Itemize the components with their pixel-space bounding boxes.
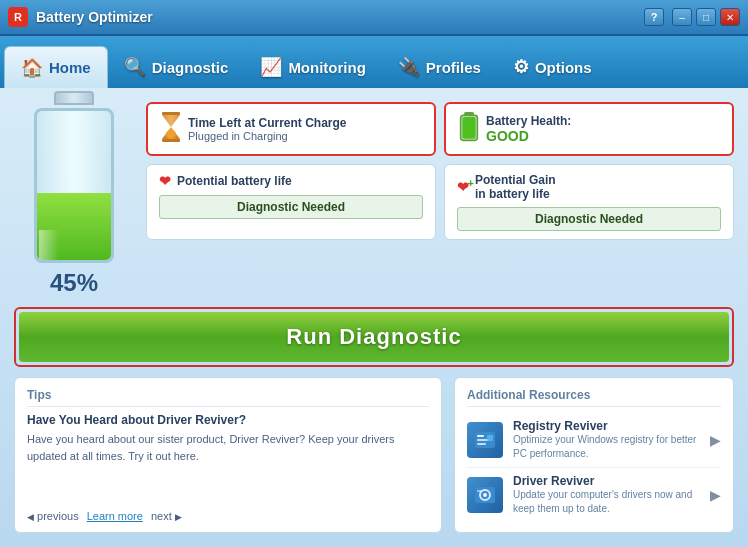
profiles-icon: 🔌 (398, 56, 420, 78)
home-icon: 🏠 (21, 57, 43, 79)
resources-panel: Additional Resources Registry Reviver Op… (454, 377, 734, 533)
diagnostic-icon: 🔍 (124, 56, 146, 78)
svg-marker-2 (162, 115, 180, 127)
time-card-title: Time Left at Current Charge (188, 116, 346, 130)
svg-point-15 (483, 493, 487, 497)
svg-rect-9 (477, 435, 484, 437)
svg-rect-1 (162, 139, 180, 142)
potential-gain-label: Potential Gain in battery life (475, 173, 556, 201)
potential-row: ❤ Potential battery life Diagnostic Need… (146, 164, 734, 240)
nav-diagnostic-label: Diagnostic (152, 59, 229, 76)
health-card-status: GOOD (486, 128, 571, 144)
window-controls: – □ ✕ (672, 8, 740, 26)
health-card-label: Battery Health: (486, 114, 571, 128)
nav-home-label: Home (49, 59, 91, 76)
nav-options[interactable]: ⚙ Options (497, 46, 608, 88)
health-card-text: Battery Health: GOOD (486, 114, 571, 144)
potential-battery-label: Potential battery life (177, 174, 292, 188)
nav-monitoring-label: Monitoring (288, 59, 365, 76)
nav-profiles-label: Profiles (426, 59, 481, 76)
heart-plus-icon: ❤ + (457, 179, 469, 195)
close-button[interactable]: ✕ (720, 8, 740, 26)
run-diagnostic-wrapper: Run Diagnostic (14, 307, 734, 367)
driver-desc: Update your computer's drivers now and k… (513, 488, 700, 516)
hourglass-icon (160, 112, 182, 146)
main-content: 45% (0, 88, 748, 547)
driver-text: Driver Reviver Update your computer's dr… (513, 474, 700, 516)
battery-small-icon (458, 112, 480, 146)
options-icon: ⚙ (513, 56, 529, 78)
app-icon: R (8, 7, 28, 27)
battery-cap (54, 91, 94, 105)
nav-monitoring[interactable]: 📈 Monitoring (244, 46, 381, 88)
tips-text: Have you heard about our sister product,… (27, 431, 429, 502)
maximize-button[interactable]: □ (696, 8, 716, 26)
run-diagnostic-button[interactable]: Run Diagnostic (19, 312, 729, 362)
resource-registry[interactable]: Registry Reviver Optimize your Windows r… (467, 413, 721, 468)
svg-rect-12 (487, 435, 493, 441)
registry-title: Registry Reviver (513, 419, 700, 433)
resource-driver[interactable]: Driver Reviver Update your computer's dr… (467, 468, 721, 522)
driver-icon (467, 477, 503, 513)
top-section: 45% (14, 102, 734, 297)
tips-previous-button[interactable]: previous (27, 510, 79, 522)
chevron-right-icon (175, 510, 182, 522)
navbar: 🏠 Home 🔍 Diagnostic 📈 Monitoring 🔌 Profi… (0, 36, 748, 88)
app-title: Battery Optimizer (36, 9, 644, 25)
time-card-subtitle: Plugged in Charging (188, 130, 346, 142)
registry-text: Registry Reviver Optimize your Windows r… (513, 419, 700, 461)
svg-rect-16 (477, 490, 482, 492)
bottom-section: Tips Have You Heard about Driver Reviver… (14, 377, 734, 533)
svg-rect-11 (477, 443, 486, 445)
driver-arrow-icon: ▶ (710, 487, 721, 503)
heart-icon: ❤ (159, 173, 171, 189)
potential-gain-header: ❤ + Potential Gain in battery life (457, 173, 721, 201)
registry-icon (467, 422, 503, 458)
learn-more-link[interactable]: Learn more (87, 510, 143, 522)
time-card: Time Left at Current Charge Plugged in C… (146, 102, 436, 156)
nav-diagnostic[interactable]: 🔍 Diagnostic (108, 46, 245, 88)
potential-battery-header: ❤ Potential battery life (159, 173, 423, 189)
svg-rect-7 (462, 117, 475, 139)
battery-fill (37, 193, 111, 260)
potential-gain-card: ❤ + Potential Gain in battery life Diagn… (444, 164, 734, 240)
chevron-left-icon (27, 510, 34, 522)
potential-gain-status: Diagnostic Needed (457, 207, 721, 231)
potential-battery-status: Diagnostic Needed (159, 195, 423, 219)
time-card-text: Time Left at Current Charge Plugged in C… (188, 116, 346, 142)
tips-next-button[interactable]: next (151, 510, 182, 522)
registry-desc: Optimize your Windows registry for bette… (513, 433, 700, 461)
tips-header: Tips (27, 388, 429, 407)
resources-header: Additional Resources (467, 388, 721, 407)
svg-rect-0 (162, 112, 180, 115)
registry-arrow-icon: ▶ (710, 432, 721, 448)
nav-home[interactable]: 🏠 Home (4, 46, 108, 88)
nav-options-label: Options (535, 59, 592, 76)
nav-profiles[interactable]: 🔌 Profiles (382, 46, 497, 88)
tips-footer: previous Learn more next (27, 510, 429, 522)
battery-outer (34, 108, 114, 263)
monitoring-icon: 📈 (260, 56, 282, 78)
tips-title: Have You Heard about Driver Reviver? (27, 413, 429, 427)
tips-panel: Tips Have You Heard about Driver Reviver… (14, 377, 442, 533)
titlebar: R Battery Optimizer ? – □ ✕ (0, 0, 748, 36)
battery-percent: 45% (50, 269, 98, 297)
battery-display: 45% (14, 102, 134, 297)
info-panels: Time Left at Current Charge Plugged in C… (146, 102, 734, 297)
svg-point-4 (166, 130, 176, 138)
status-row: Time Left at Current Charge Plugged in C… (146, 102, 734, 156)
driver-title: Driver Reviver (513, 474, 700, 488)
battery-visual (34, 103, 114, 263)
battery-glow (39, 230, 59, 260)
potential-battery-card: ❤ Potential battery life Diagnostic Need… (146, 164, 436, 240)
minimize-button[interactable]: – (672, 8, 692, 26)
health-card: Battery Health: GOOD (444, 102, 734, 156)
help-button[interactable]: ? (644, 8, 664, 26)
